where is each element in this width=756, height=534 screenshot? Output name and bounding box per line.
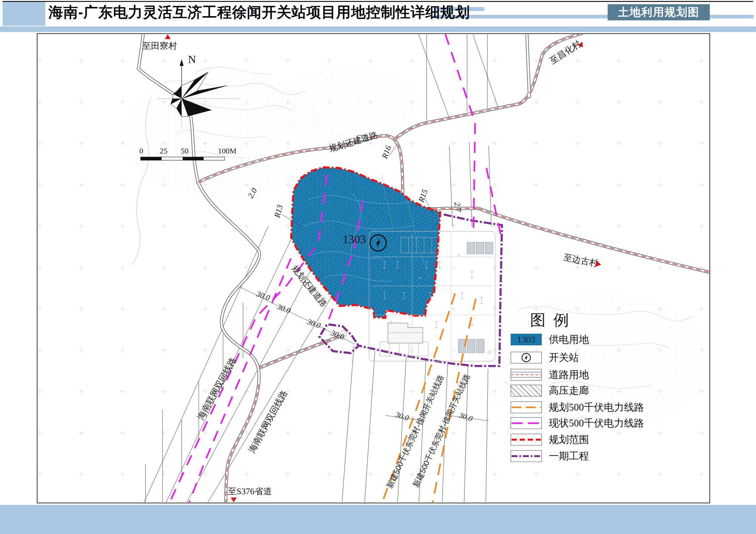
switch-station-icon [511, 352, 541, 363]
scale-tick-100: 100M [218, 147, 236, 155]
scale-tick-0: 0 [139, 147, 143, 155]
legend-label: 现状500千伏电力线路 [549, 417, 644, 430]
map-type-badge-label: 土地利用规划图 [618, 5, 699, 20]
legend-row-power-land: 1303 供电用地 [511, 333, 589, 346]
legend-label: 开关站 [549, 351, 579, 365]
dim-label-2-7: 2.7 [452, 202, 463, 213]
scale-bar [141, 157, 225, 160]
map-canvas [0, 0, 756, 534]
legend-swatch-planning-scope [511, 434, 542, 445]
legend-row-switch-station: 开关站 [511, 351, 579, 365]
legend-label: 规划500千伏电力线路 [549, 400, 644, 414]
header-corner-block [3, 2, 45, 26]
page-title: 海南-广东电力灵活互济工程徐闻开关站项目用地控制性详细规划 [48, 3, 470, 22]
direction-arrow-icon [165, 34, 171, 39]
legend-swatch-existing-500kv [511, 418, 542, 429]
scale-tick-25: 25 [160, 147, 167, 155]
legend-swatch-hv-corridor [511, 385, 542, 396]
legend-row-phase1: 一期工程 [511, 449, 589, 463]
red-dash-icon [511, 434, 541, 445]
legend-swatch-phase1 [511, 450, 542, 462]
direction-arrow-icon [231, 497, 237, 502]
purple-dashdot-icon [511, 451, 541, 462]
legend-row-hv-corridor: 高压走廊 [511, 384, 589, 397]
legend-label: 规划范围 [549, 433, 589, 446]
parcel-code-label: 1303 [343, 233, 366, 246]
header-top-rule [3, 1, 753, 2]
legend-swatch-road-land [511, 369, 542, 381]
legend-label: 道路用地 [549, 368, 589, 382]
legend-row-planning-scope: 规划范围 [511, 433, 589, 446]
magenta-dash-icon [511, 418, 541, 429]
legend-swatch-power-land: 1303 [511, 334, 542, 345]
legend-swatch-switch-station [511, 352, 542, 364]
header-bottom-strip [0, 27, 756, 32]
legend-label: 供电用地 [549, 333, 589, 346]
scale-tick-50: 50 [181, 147, 188, 155]
legend-label: 高压走廊 [549, 384, 589, 397]
legend-parcel-code: 1303 [517, 334, 535, 345]
legend-title: 图 例 [530, 310, 571, 330]
legend-row-existing-500kv: 现状500千伏电力线路 [511, 417, 644, 430]
legend-row-planned-500kv: 规划500千伏电力线路 [511, 400, 644, 414]
legend-label: 一期工程 [549, 449, 589, 463]
destination-label-tianliao: 至田寮村 [142, 40, 177, 52]
compass-north-label: N [188, 53, 196, 65]
legend-row-road-land: 道路用地 [511, 368, 589, 382]
orange-dash-icon [511, 402, 541, 413]
legend-swatch-planned-500kv [511, 401, 542, 413]
road-swatch-icon [511, 369, 541, 380]
destination-label-s376: 至S376省道 [228, 486, 272, 497]
map-type-badge: 土地利用规划图 [608, 4, 710, 20]
